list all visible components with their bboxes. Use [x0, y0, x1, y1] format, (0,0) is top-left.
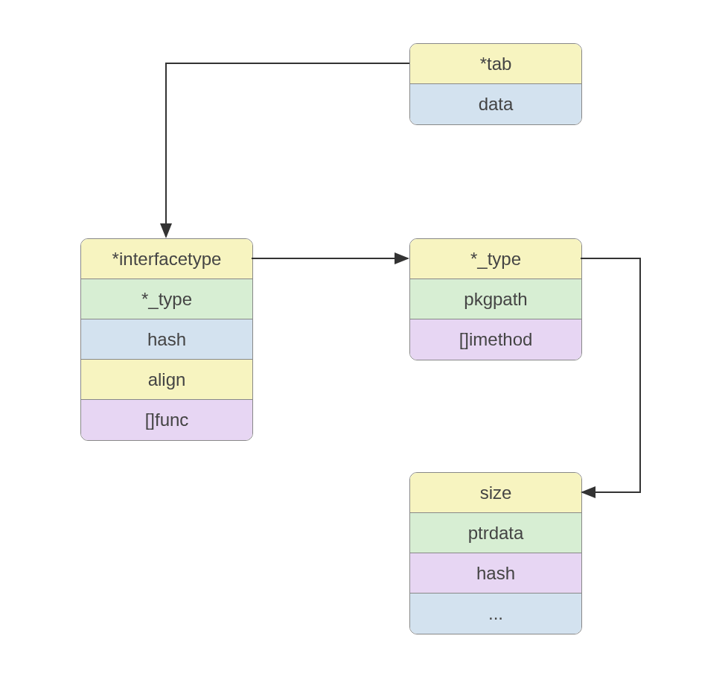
arrow-tab-to-itab [166, 63, 409, 237]
field-rtype-size: size [410, 473, 581, 513]
field-iface-tab: *tab [410, 44, 581, 84]
box-interfacetype: *_type pkgpath []imethod [409, 238, 582, 360]
field-rtype-hash: hash [410, 553, 581, 594]
field-interfacetype-type: *_type [410, 239, 581, 279]
field-interfacetype-imethod: []imethod [410, 319, 581, 360]
field-itab-align: align [81, 360, 252, 400]
field-interfacetype-pkgpath: pkgpath [410, 279, 581, 319]
field-itab-interfacetype: *interfacetype [81, 239, 252, 279]
field-rtype-more: ... [410, 594, 581, 634]
box-rtype: size ptrdata hash ... [409, 472, 582, 634]
arrow-type-to-rtype [581, 258, 640, 492]
box-itab: *interfacetype *_type hash align []func [80, 238, 253, 441]
field-itab-hash: hash [81, 319, 252, 360]
diagram-canvas: *tab data *interfacetype *_type hash ali… [0, 0, 728, 700]
field-itab-func: []func [81, 400, 252, 440]
field-itab-type: *_type [81, 279, 252, 319]
field-rtype-ptrdata: ptrdata [410, 513, 581, 553]
box-iface: *tab data [409, 43, 582, 125]
field-iface-data: data [410, 84, 581, 124]
